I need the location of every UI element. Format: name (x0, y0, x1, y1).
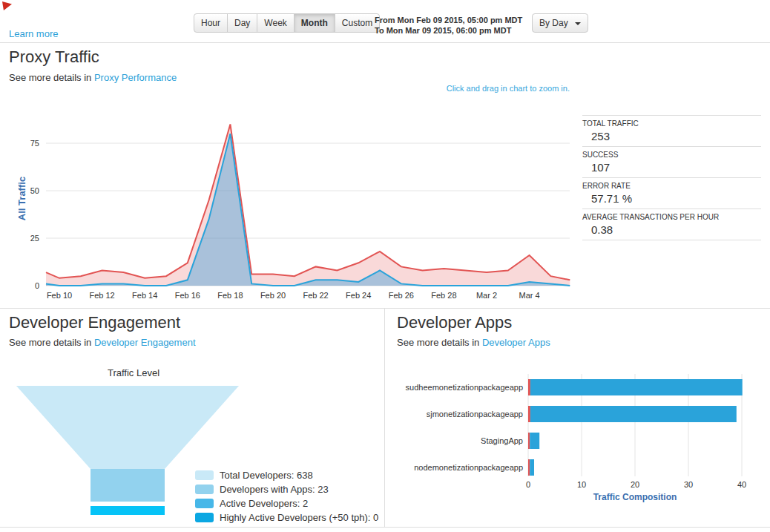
range-button-month[interactable]: Month (294, 13, 335, 33)
apps-subtitle-text: See more details in (397, 337, 482, 348)
proxy-performance-link[interactable]: Proxy Performance (94, 72, 177, 83)
range-button-custom[interactable]: Custom (335, 13, 380, 33)
section-divider (0, 308, 770, 309)
proxy-traffic-subtitle: See more details in Proxy Performance (9, 72, 177, 83)
granularity-dropdown[interactable]: By Day (532, 13, 588, 33)
svg-text:25: 25 (30, 234, 39, 243)
svg-text:Feb 20: Feb 20 (260, 291, 286, 300)
stat-total-traffic: TOTAL TRAFFIC 253 (582, 115, 761, 146)
zoom-hint: Click and drag in chart to zoom in. (46, 84, 570, 93)
svg-text:StagingApp: StagingApp (481, 436, 523, 445)
stat-avg-tph: AVERAGE TRANSACTIONS PER HOUR 0.38 (582, 208, 761, 240)
legend-label: Highly Active Developers (+50 tph): 0 (220, 512, 378, 523)
stat-label: SUCCESS (582, 151, 761, 159)
date-range-summary: From Mon Feb 09 2015, 05:00 pm MDT To Mo… (375, 15, 522, 36)
svg-text:Feb 14: Feb 14 (132, 291, 157, 300)
stat-label: AVERAGE TRANSACTIONS PER HOUR (582, 213, 761, 221)
legend-swatch-total-developers (195, 470, 214, 480)
developer-apps-title: Developer Apps (397, 313, 512, 332)
learn-more-link[interactable]: Learn more (9, 28, 58, 39)
stat-error-rate: ERROR RATE 57.71 % (582, 177, 761, 208)
funnel-legend: Total Developers: 638 Developers with Ap… (195, 470, 378, 526)
svg-text:0: 0 (35, 281, 39, 290)
date-range-to: To Mon Mar 09 2015, 06:00 pm MDT (375, 25, 522, 36)
chevron-down-icon (575, 22, 581, 25)
developer-apps-subtitle: See more details in Developer Apps (397, 337, 550, 348)
svg-text:Mar 4: Mar 4 (519, 291, 540, 300)
range-button-day[interactable]: Day (227, 13, 257, 33)
header-divider (0, 42, 770, 43)
stat-value: 253 (582, 128, 761, 142)
bottom-divider (0, 527, 770, 528)
svg-text:30: 30 (684, 480, 693, 489)
legend-swatch-active-developers (195, 499, 214, 508)
svg-text:Traffic Composition: Traffic Composition (593, 492, 677, 502)
range-button-hour[interactable]: Hour (194, 13, 228, 33)
analytics-dashboard: Learn more Hour Day Week Month Custom Fr… (0, 0, 770, 532)
legend-label: Total Developers: 638 (220, 470, 313, 481)
legend-label: Active Developers: 2 (220, 498, 308, 509)
stat-label: TOTAL TRAFFIC (582, 119, 761, 128)
date-range-button-group: Hour Day Week Month Custom (194, 13, 380, 33)
stat-success: SUCCESS 107 (582, 146, 761, 177)
svg-text:Feb 24: Feb 24 (346, 291, 371, 300)
svg-text:sudheemonetizationpackageapp: sudheemonetizationpackageapp (406, 383, 523, 392)
svg-text:Feb 12: Feb 12 (89, 291, 114, 300)
engagement-subtitle-text: See more details in (9, 337, 94, 348)
stat-label: ERROR RATE (582, 182, 761, 190)
legend-label: Developers with Apps: 23 (220, 484, 329, 495)
legend-swatch-highly-active-developers (195, 513, 214, 522)
svg-text:Feb 10: Feb 10 (47, 291, 72, 300)
developer-apps-chart: 010203040sudheemonetizationpackageappsjm… (397, 365, 764, 510)
developer-engagement-link[interactable]: Developer Engagement (94, 337, 196, 348)
date-range-from: From Mon Feb 09 2015, 05:00 pm MDT (375, 15, 522, 25)
svg-text:75: 75 (30, 139, 39, 148)
svg-text:Mar 2: Mar 2 (476, 291, 497, 300)
vertical-divider (384, 308, 385, 527)
stat-value: 57.71 % (582, 190, 761, 205)
red-flag-icon (2, 1, 12, 10)
svg-text:40: 40 (737, 480, 746, 489)
developer-engagement-title: Developer Engagement (9, 313, 180, 332)
developer-apps-link[interactable]: Developer Apps (482, 337, 550, 348)
legend-item: Developers with Apps: 23 (195, 484, 378, 495)
funnel-title: Traffic Level (15, 367, 252, 378)
proxy-stats-panel: TOTAL TRAFFIC 253 SUCCESS 107 ERROR RATE… (582, 115, 761, 240)
range-button-week[interactable]: Week (257, 13, 294, 33)
stat-value: 0.38 (582, 221, 761, 236)
proxy-traffic-chart[interactable]: 0255075Feb 10Feb 12Feb 14Feb 16Feb 18Feb… (1, 111, 573, 304)
svg-text:Feb 18: Feb 18 (217, 291, 243, 300)
svg-text:20: 20 (631, 480, 639, 489)
developer-engagement-subtitle: See more details in Developer Engagement (9, 337, 196, 348)
proxy-traffic-title: Proxy Traffic (9, 47, 99, 67)
granularity-label: By Day (539, 18, 568, 28)
legend-swatch-developers-with-apps (195, 485, 214, 494)
svg-text:50: 50 (30, 186, 39, 195)
legend-item: Highly Active Developers (+50 tph): 0 (195, 512, 378, 523)
svg-text:10: 10 (577, 480, 586, 489)
legend-item: Total Developers: 638 (195, 470, 378, 481)
legend-item: Active Developers: 2 (195, 498, 378, 509)
stat-value: 107 (582, 159, 761, 174)
svg-text:Feb 22: Feb 22 (303, 291, 328, 300)
svg-text:Feb 26: Feb 26 (389, 291, 414, 300)
proxy-subtitle-text: See more details in (9, 72, 94, 83)
svg-text:Feb 16: Feb 16 (175, 291, 200, 300)
svg-text:nodemonetizationpackageapp: nodemonetizationpackageapp (414, 463, 523, 472)
svg-text:Feb 28: Feb 28 (431, 291, 456, 300)
svg-text:0: 0 (526, 480, 530, 489)
svg-text:sjmonetizationpackageapp: sjmonetizationpackageapp (427, 410, 523, 418)
